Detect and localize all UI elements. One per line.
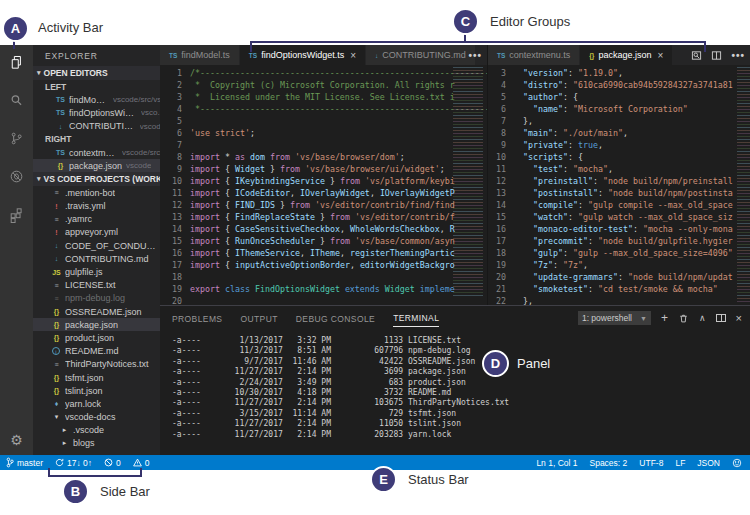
editor-left[interactable]: 1/*-------------------------------------… xyxy=(160,65,487,305)
search-icon xyxy=(8,92,25,113)
file-label: .travis.yml xyxy=(65,201,106,211)
code-line: 16 "monaco-editor-test": "mocha --only-m… xyxy=(488,223,750,235)
status-encoding[interactable]: UTF-8 xyxy=(639,458,663,468)
status-language-mode[interactable]: JSON xyxy=(697,458,720,468)
tab-findoptionswidget.ts[interactable]: TSfindOptionsWidget.ts× xyxy=(240,45,366,65)
tree-item-gulpfile.js[interactable]: JSgulpfile.js xyxy=(33,265,160,278)
code-line: 10import { IKeybindingService } from 'vs… xyxy=(160,175,487,187)
open-editor-findoptionswidget.ts[interactable]: TSfindOptionsWidget.tsvsco... xyxy=(33,106,160,119)
panel-tab-terminal[interactable]: TERMINAL xyxy=(393,309,439,327)
kill-terminal-icon[interactable] xyxy=(678,313,689,324)
status-cursor-position[interactable]: Ln 1, Col 1 xyxy=(536,458,577,468)
code-text: "precommit": "node build/gulpfile.hygier xyxy=(513,236,733,246)
tree-item-vscode-docs[interactable]: ▾vscode-docs xyxy=(33,411,160,424)
tab-package.json[interactable]: {}package.json× xyxy=(580,45,673,65)
activity-bar-item-extensions[interactable] xyxy=(0,197,33,235)
status-branch[interactable]: master xyxy=(6,457,43,468)
line-number: 6 xyxy=(488,103,506,115)
line-number: 5 xyxy=(488,91,506,103)
minimap-right[interactable] xyxy=(737,67,750,303)
more-actions-icon[interactable]: ••• xyxy=(731,50,745,61)
panel-tab-output[interactable]: OUTPUT xyxy=(240,310,277,327)
open-editor-package.json[interactable]: {}package.jsonvscode xyxy=(33,159,160,172)
file-label: ThirdPartyNotices.txt xyxy=(65,359,149,369)
tree-item-code_of_conduct.md[interactable]: ↓CODE_OF_CONDUCT.md xyxy=(33,239,160,252)
terminal[interactable]: -a---- 1/13/2017 3:32 PM 1133 LICENSE.tx… xyxy=(160,330,750,460)
folder-arrow-icon: ▸ xyxy=(59,439,70,447)
callout-b-label: Side Bar xyxy=(100,484,150,499)
open-editor-contextmenu.ts[interactable]: TScontextmenu.tsvscode/src/... xyxy=(33,146,160,159)
tree-item-contributing.md[interactable]: ↓CONTRIBUTING.md xyxy=(33,252,160,265)
editor-right[interactable]: 3 "version": "1.19.0",4 "distro": "610ca… xyxy=(488,65,750,305)
code-line: 6'use strict'; xyxy=(160,127,487,139)
tree-item-.vscode[interactable]: ▸.vscode xyxy=(33,424,160,437)
panel-tab-debug-console[interactable]: DEBUG CONSOLE xyxy=(296,310,375,327)
code-line: 7 xyxy=(160,139,487,151)
activity-bar-item-search[interactable] xyxy=(0,83,33,121)
open-preview-icon[interactable] xyxy=(691,50,702,61)
ts-file-icon: TS xyxy=(55,149,66,156)
terminal-select[interactable]: 1: powershell▼ xyxy=(578,311,651,325)
open-editor-findmodel.ts[interactable]: TSfindModel.tsvscode/src/vs/... xyxy=(33,93,160,106)
tree-item-license.txt[interactable]: ≡LICENSE.txt xyxy=(33,279,160,292)
tree-item-yarn.lock[interactable]: ♦yarn.lock xyxy=(33,397,160,410)
tree-item-ossreadme.json[interactable]: {}OSSREADME.json xyxy=(33,305,160,318)
code-line: 1/*-------------------------------------… xyxy=(160,67,487,79)
status-warning[interactable]: 0 xyxy=(133,458,150,468)
status-error[interactable]: 0 xyxy=(104,458,121,468)
code-line: 14 "compile": "gulp compile --max_old_sp… xyxy=(488,199,750,211)
activity-bar-item-source-control[interactable] xyxy=(0,121,33,159)
code-line: 19 "7z": "7z", xyxy=(488,259,750,271)
open-editor-contributing.md[interactable]: ↓CONTRIBUTING.mdvscode xyxy=(33,120,160,133)
split-editor-icon[interactable] xyxy=(711,50,722,61)
tree-item-blogs[interactable]: ▸blogs xyxy=(33,437,160,450)
code-text: import { RunOnceScheduler } from 'vs/bas… xyxy=(190,236,455,246)
code-text: "watch": "gulp watch --max_old_space_siz xyxy=(513,212,733,222)
activity-bar-item-debug[interactable] xyxy=(0,159,33,197)
close-icon[interactable]: × xyxy=(657,50,663,61)
new-terminal-icon[interactable]: + xyxy=(661,311,668,325)
tab-label: findModel.ts xyxy=(181,50,230,60)
status-indentation[interactable]: Spaces: 2 xyxy=(590,458,628,468)
maximize-panel-icon[interactable]: ∧ xyxy=(699,313,706,323)
tree-item-thirdpartynotices.txt[interactable]: ≡ThirdPartyNotices.txt xyxy=(33,358,160,371)
terminal-line: -a---- 11/3/2017 8:51 AM 607796 npm-debu… xyxy=(172,346,750,356)
status-sync[interactable]: 17↓ 0↑ xyxy=(55,458,92,468)
chevron-down-icon: ▾ xyxy=(37,69,41,77)
code-text: "monaco-editor-test": "mocha --only-mona xyxy=(513,224,733,234)
feedback-smiley-icon[interactable] xyxy=(732,458,742,468)
minimap-left[interactable] xyxy=(453,67,483,297)
tree-item-appveyor.yml[interactable]: !appveyor.yml xyxy=(33,226,160,239)
tree-item-.mention-bot[interactable]: ≡.mention-bot xyxy=(33,186,160,199)
close-panel-icon[interactable]: × xyxy=(736,312,742,324)
code-text: }, xyxy=(513,296,533,305)
line-number: 17 xyxy=(488,235,506,247)
split-panel-icon[interactable] xyxy=(716,314,726,322)
close-icon[interactable]: × xyxy=(350,50,356,61)
open-editors-header[interactable]: ▾OPEN EDITORS xyxy=(33,66,160,80)
status-eol[interactable]: LF xyxy=(675,458,685,468)
activity-bar-item-explorer[interactable] xyxy=(0,45,33,83)
tree-item-npm-debug.log[interactable]: ≡npm-debug.log xyxy=(33,292,160,305)
tree-item-tslint.json[interactable]: {}tslint.json xyxy=(33,384,160,397)
status-bar-right: Ln 1, Col 1Spaces: 2UTF-8LFJSON xyxy=(536,458,750,468)
code-line: 17 "precommit": "node build/gulpfile.hyg… xyxy=(488,235,750,247)
tab-contextmenu.ts[interactable]: TScontextmenu.ts xyxy=(488,45,580,65)
tree-item-product.json[interactable]: {}product.json xyxy=(33,331,160,344)
tree-item-.yamrc[interactable]: ≡.yamrc xyxy=(33,213,160,226)
line-number: 3 xyxy=(488,67,506,79)
tree-item-.travis.yml[interactable]: !.travis.yml xyxy=(33,200,160,213)
code-line: 11import { ICodeEditor, IOverlayWidget, … xyxy=(160,187,487,199)
panel-tab-problems[interactable]: PROBLEMS xyxy=(172,310,222,327)
activity-bar: ⚙ xyxy=(0,45,33,455)
tab-findmodel.ts[interactable]: TSfindModel.ts xyxy=(160,45,240,65)
workspace-header[interactable]: ▾VS CODE PROJECTS (WORKSPACE) xyxy=(33,172,160,186)
tab-contributing.md[interactable]: ↓CONTRIBUTING.md xyxy=(366,45,476,65)
callout-c-leg-right xyxy=(704,41,706,52)
tree-item-readme.md[interactable]: iREADME.md xyxy=(33,345,160,358)
settings-gear-icon[interactable]: ⚙ xyxy=(0,427,33,453)
tree-item-tsfmt.json[interactable]: {}tsfmt.json xyxy=(33,371,160,384)
tree-item-package.json[interactable]: {}package.json xyxy=(33,318,160,331)
more-actions-icon[interactable]: ••• xyxy=(468,50,482,61)
file-path-detail: vscode xyxy=(140,122,160,131)
